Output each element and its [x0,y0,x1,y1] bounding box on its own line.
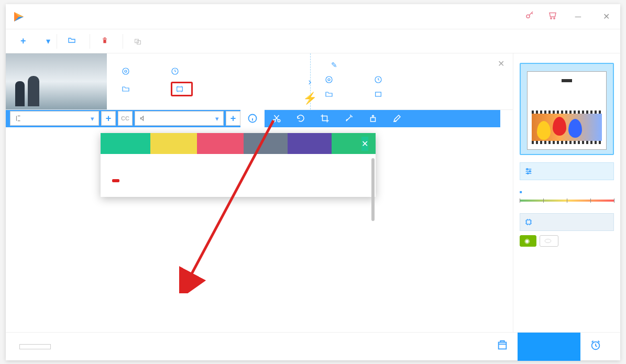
file-row: ✕ [6,53,513,110]
quality-slider[interactable] [520,198,614,204]
svg-point-2 [554,18,555,19]
rotate-tool-icon[interactable] [289,109,313,127]
edit-tool-icon[interactable] [385,109,409,127]
crop-tool-icon[interactable] [313,109,337,127]
info-tool[interactable] [240,109,265,127]
run-button[interactable] [518,333,580,361]
app-logo [12,10,26,24]
intel-badge[interactable] [540,235,558,247]
svg-point-21 [545,239,551,243]
svg-point-10 [328,79,330,81]
folder-open-icon[interactable] [487,339,518,354]
lightning-icon: ⚡ [303,92,317,105]
file-info-popup: ✕ [101,133,376,197]
svg-point-1 [551,18,552,19]
source-resolution-highlighted [171,82,193,96]
add-folder-button[interactable] [57,29,90,53]
edit-output-name-icon[interactable]: ✎ [331,61,337,69]
cut-tool-icon[interactable] [265,109,289,127]
source-duration [171,67,183,75]
audio-select[interactable]: ▾ [135,111,224,126]
quick-setting-label [520,190,614,194]
subtitle-select[interactable]: ▾ [10,111,99,126]
svg-rect-16 [371,118,376,122]
svg-rect-20 [526,220,531,224]
format-thumbnail [527,71,607,150]
add-subtitle-button[interactable]: + [101,111,116,126]
hardware-accel-button[interactable] [520,213,614,231]
popup-scrollbar[interactable] [371,158,375,221]
output-format [325,75,337,84]
output-duration [374,75,387,84]
close-button[interactable]: ✕ [599,12,614,21]
svg-point-6 [125,70,127,72]
action-bar: ▾ + CC ▾ + [6,109,500,127]
popup-close-icon[interactable]: ✕ [361,137,368,151]
output-folder-path[interactable] [19,344,51,349]
source-format [122,67,134,75]
output-label: ✎ [325,61,503,69]
key-icon[interactable] [525,10,534,23]
titlebar: ─ ✕ [6,4,620,29]
video-thumbnail[interactable] [6,53,107,109]
schedule-icon[interactable] [580,339,611,354]
source-size [122,82,134,96]
svg-point-19 [527,173,529,174]
add-files-button[interactable]: + [10,29,40,53]
parameter-settings-button[interactable] [520,162,614,180]
merge-button [123,29,156,53]
effects-tool-icon[interactable] [337,109,361,127]
svg-point-5 [123,68,129,74]
minimize-button[interactable]: ─ [571,12,585,21]
watermark-tool-icon[interactable] [361,109,385,127]
svg-rect-4 [137,40,140,44]
svg-point-0 [526,15,530,18]
sidebar: ▾ ◉ [513,53,620,332]
footer [6,332,620,360]
output-size [325,90,337,98]
nvidia-badge[interactable]: ◉ [520,235,536,247]
cart-icon[interactable] [548,10,557,23]
info-resolution-highlighted [112,175,364,185]
toolbar: + ▾ [6,29,620,53]
add-files-dropdown[interactable]: ▾ [40,36,57,46]
add-audio-button[interactable]: + [226,111,240,126]
format-selector[interactable]: ▾ [520,63,614,155]
svg-point-17 [526,169,528,170]
cc-button[interactable]: CC [118,111,133,126]
output-resolution [374,90,387,98]
svg-rect-12 [375,92,381,96]
svg-rect-8 [177,87,183,91]
svg-point-18 [529,171,531,172]
clear-button[interactable] [90,29,123,53]
svg-rect-22 [499,343,507,349]
svg-point-9 [326,76,332,83]
svg-rect-3 [135,39,138,43]
